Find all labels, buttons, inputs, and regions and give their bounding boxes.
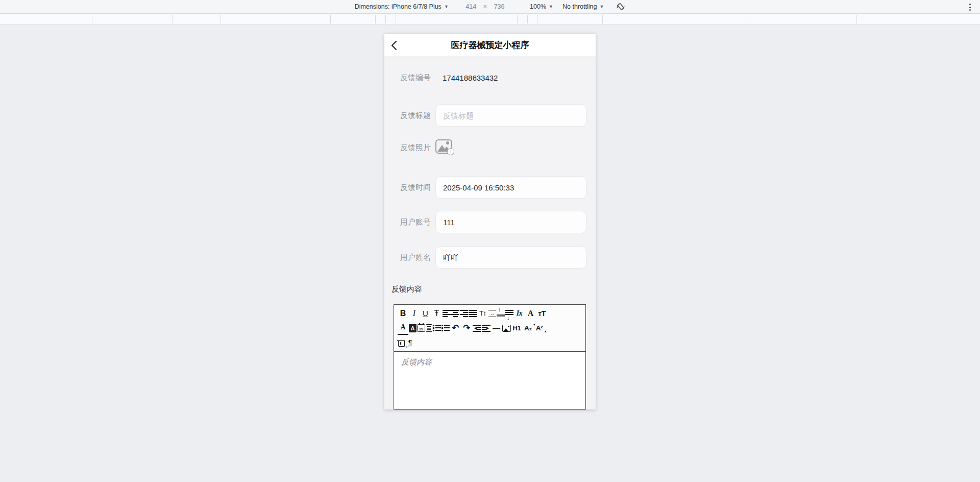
todo-list-icon[interactable]: [426, 324, 432, 332]
editor-toolbar-row-2: AA↶↷—H1A₂A²: [398, 321, 582, 335]
font-size-icon[interactable]: тT: [536, 306, 547, 320]
image-icon[interactable]: [502, 325, 511, 332]
line-height-icon[interactable]: T↕: [477, 306, 488, 320]
subscript-icon[interactable]: A₂: [523, 321, 533, 335]
dimensions-times-symbol: ×: [483, 3, 487, 10]
field-label: 用户账号: [400, 218, 435, 227]
field-label: 反馈时间: [400, 183, 435, 192]
field-row-feedback-time: 反馈时间: [400, 176, 586, 199]
paragraph-icon[interactable]: ¶: [405, 336, 415, 350]
field-label: 用户姓名: [400, 253, 435, 262]
rich-text-editor: BIUŦT↕↔IxAтT AA↶↷—H1A₂A² ¶ 反馈内容: [394, 304, 586, 409]
editor-toolbar-row-1: BIUŦT↕↔IxAтT: [398, 306, 582, 321]
font-family-icon[interactable]: A: [525, 306, 536, 320]
more-options-icon[interactable]: [967, 3, 973, 12]
chevron-down-icon: ▼: [549, 4, 553, 9]
date-icon[interactable]: [417, 324, 425, 332]
clear-format-icon[interactable]: Ix: [514, 306, 525, 320]
field-row-user-account: 用户账号: [400, 211, 586, 233]
zoom-dropdown[interactable]: 100% ▼: [530, 3, 553, 10]
device-toolbar: Dimensions: iPhone 6/7/8 Plus ▼ 414 × 73…: [0, 0, 980, 14]
device-rotate-icon[interactable]: [616, 2, 625, 11]
field-label: 反馈照片: [400, 143, 435, 153]
user-name-input[interactable]: [435, 246, 586, 269]
delete-icon[interactable]: [398, 339, 404, 347]
editor-toolbar: BIUŦT↕↔IxAтT AA↶↷—H1A₂A² ¶: [394, 304, 586, 352]
underline-icon[interactable]: U: [420, 306, 431, 320]
throttling-dropdown[interactable]: No throttling ▼: [562, 3, 604, 10]
field-row-feedback-photo: 反馈照片 ↑: [400, 139, 454, 156]
throttling-value: No throttling: [562, 3, 597, 10]
chevron-down-icon: ▼: [599, 4, 604, 9]
unordered-list-icon[interactable]: [442, 325, 450, 331]
feedback-number-value: 1744188633432: [435, 74, 498, 82]
italic-icon[interactable]: I: [409, 306, 420, 320]
undo-icon[interactable]: ↶: [450, 321, 461, 335]
device-select-label: Dimensions: iPhone 6/7/8 Plus: [355, 3, 442, 10]
heading-1-icon[interactable]: H1: [511, 321, 522, 335]
align-center-icon[interactable]: [451, 310, 459, 317]
strikethrough-icon[interactable]: Ŧ: [431, 306, 442, 320]
font-color-icon[interactable]: A: [398, 321, 408, 335]
align-justify-icon[interactable]: [469, 310, 477, 317]
editor-toolbar-row-3: ¶: [398, 335, 582, 350]
field-row-feedback-number: 反馈编号 1744188633432: [400, 69, 498, 86]
field-row-feedback-title: 反馈标题: [400, 104, 586, 127]
photo-upload-button[interactable]: ↑: [435, 139, 454, 156]
device-select-dropdown[interactable]: Dimensions: iPhone 6/7/8 Plus ▼: [355, 3, 449, 10]
superscript-icon[interactable]: A²: [534, 321, 545, 335]
redo-icon[interactable]: ↷: [461, 321, 472, 335]
indent-icon[interactable]: [482, 325, 491, 332]
upload-arrow-badge-icon: ↑: [447, 148, 454, 155]
zoom-value: 100%: [530, 3, 546, 10]
feedback-time-input[interactable]: [435, 176, 586, 199]
back-chevron-icon: [391, 40, 397, 51]
user-account-input[interactable]: [435, 211, 586, 233]
outdent-icon[interactable]: [473, 325, 481, 332]
viewport-height-field[interactable]: 736: [489, 3, 509, 10]
align-right-icon[interactable]: [460, 310, 468, 317]
app-header: 医疗器械预定小程序: [384, 34, 596, 57]
background-grid-band: [0, 14, 980, 25]
back-button[interactable]: [391, 40, 402, 51]
letter-spacing-icon[interactable]: ↔: [488, 310, 496, 317]
horizontal-rule-icon[interactable]: —: [491, 321, 502, 335]
chevron-down-icon: ▼: [444, 4, 449, 9]
align-left-icon[interactable]: [443, 310, 451, 317]
field-label: 反馈标题: [400, 111, 435, 120]
bg-color-icon[interactable]: A: [409, 324, 416, 332]
margin-bottom-icon[interactable]: [505, 310, 513, 317]
field-row-user-name: 用户姓名: [400, 246, 586, 269]
viewport-width-field[interactable]: 414: [461, 3, 481, 10]
margin-top-icon[interactable]: [497, 310, 505, 317]
page-title: 医疗器械预定小程序: [451, 39, 529, 51]
field-label: 反馈编号: [400, 73, 435, 83]
bold-icon[interactable]: B: [398, 306, 408, 320]
content-section-label: 反馈内容: [391, 284, 422, 294]
emulated-device-viewport: 医疗器械预定小程序 反馈编号 1744188633432 反馈标题 反馈照片 ↑…: [384, 34, 596, 409]
editor-content-area[interactable]: 反馈内容: [394, 352, 586, 409]
feedback-title-input[interactable]: [435, 104, 586, 127]
ordered-list-icon[interactable]: [433, 325, 441, 331]
editor-placeholder: 反馈内容: [401, 357, 432, 366]
